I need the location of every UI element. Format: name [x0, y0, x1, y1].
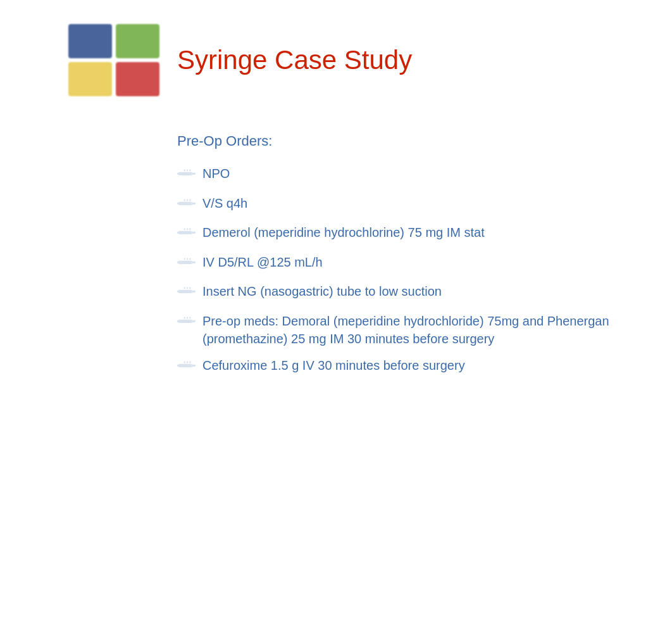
syringe-icon — [177, 196, 196, 215]
svg-rect-17 — [189, 228, 190, 230]
svg-rect-13 — [192, 232, 196, 234]
svg-rect-2 — [177, 173, 179, 175]
syringe-icon — [177, 255, 196, 274]
svg-rect-24 — [178, 290, 192, 293]
list-item-text: V/S q4h — [202, 194, 247, 212]
svg-rect-22 — [187, 258, 188, 260]
svg-rect-5 — [189, 169, 190, 171]
svg-rect-1 — [192, 173, 196, 175]
syringe-icon — [177, 284, 196, 303]
orders-list: NPO V/S q4h Demerol (meperidine hydrochl… — [177, 165, 672, 377]
svg-rect-39 — [184, 361, 185, 363]
svg-rect-18 — [178, 260, 192, 263]
list-item: V/S q4h — [177, 194, 672, 215]
svg-rect-41 — [189, 361, 190, 363]
page-header: Syringe Case Study — [0, 0, 672, 114]
list-item-text: Cefuroxime 1.5 g IV 30 minutes before su… — [202, 356, 465, 374]
list-item-text: IV D5/RL @125 mL/h — [202, 253, 323, 271]
svg-rect-35 — [189, 317, 190, 318]
svg-rect-32 — [177, 320, 179, 322]
svg-rect-33 — [184, 317, 185, 318]
syringe-icon — [177, 313, 196, 333]
svg-rect-7 — [192, 202, 196, 204]
svg-rect-3 — [184, 169, 185, 171]
logo-cell-green — [116, 24, 159, 58]
svg-rect-4 — [187, 169, 188, 171]
svg-rect-12 — [178, 231, 192, 234]
svg-rect-26 — [177, 291, 179, 293]
page-title: Syringe Case Study — [177, 45, 412, 75]
list-item-text: Demerol (meperidine hydrochlorine) 75 mg… — [202, 224, 485, 241]
list-item: Insert NG (nasogastric) tube to low suct… — [177, 282, 672, 303]
list-item-text: Pre-op meds: Demoral (meperidine hydroch… — [202, 312, 620, 348]
svg-rect-10 — [187, 199, 188, 201]
svg-rect-6 — [178, 201, 192, 205]
svg-rect-27 — [184, 287, 185, 289]
list-item: Pre-op meds: Demoral (meperidine hydroch… — [177, 312, 672, 348]
logo-cell-red — [116, 62, 159, 96]
logo-grid — [63, 19, 165, 101]
syringe-icon — [177, 166, 196, 186]
svg-rect-0 — [178, 172, 192, 175]
svg-rect-9 — [184, 199, 185, 201]
svg-rect-16 — [187, 228, 188, 230]
logo-cell-yellow — [68, 62, 112, 96]
svg-rect-38 — [177, 365, 179, 367]
svg-rect-34 — [187, 317, 188, 318]
svg-rect-40 — [187, 361, 188, 363]
syringe-icon — [177, 225, 196, 244]
svg-rect-20 — [177, 261, 179, 263]
svg-rect-30 — [178, 319, 192, 322]
svg-rect-14 — [177, 232, 179, 234]
svg-rect-28 — [187, 287, 188, 289]
svg-rect-25 — [192, 291, 196, 293]
svg-rect-23 — [189, 258, 190, 260]
svg-rect-8 — [177, 202, 179, 204]
logo-cell-blue — [68, 24, 112, 58]
main-content: Pre-Op Orders: NPO V/S q4h Demerol (mepe… — [0, 114, 672, 377]
section-heading: Pre-Op Orders: — [177, 133, 672, 149]
list-item: NPO — [177, 165, 672, 186]
svg-rect-19 — [192, 261, 196, 263]
svg-rect-29 — [189, 287, 190, 289]
svg-rect-31 — [192, 320, 196, 322]
list-item: Cefuroxime 1.5 g IV 30 minutes before su… — [177, 356, 672, 377]
list-item: IV D5/RL @125 mL/h — [177, 253, 672, 274]
list-item-text: Insert NG (nasogastric) tube to low suct… — [202, 282, 442, 300]
syringe-icon — [177, 358, 196, 377]
list-item: Demerol (meperidine hydrochlorine) 75 mg… — [177, 224, 672, 244]
svg-rect-15 — [184, 228, 185, 230]
svg-rect-36 — [178, 363, 192, 367]
list-item-text: NPO — [202, 165, 230, 182]
svg-rect-11 — [189, 199, 190, 201]
svg-rect-37 — [192, 365, 196, 367]
svg-rect-21 — [184, 258, 185, 260]
